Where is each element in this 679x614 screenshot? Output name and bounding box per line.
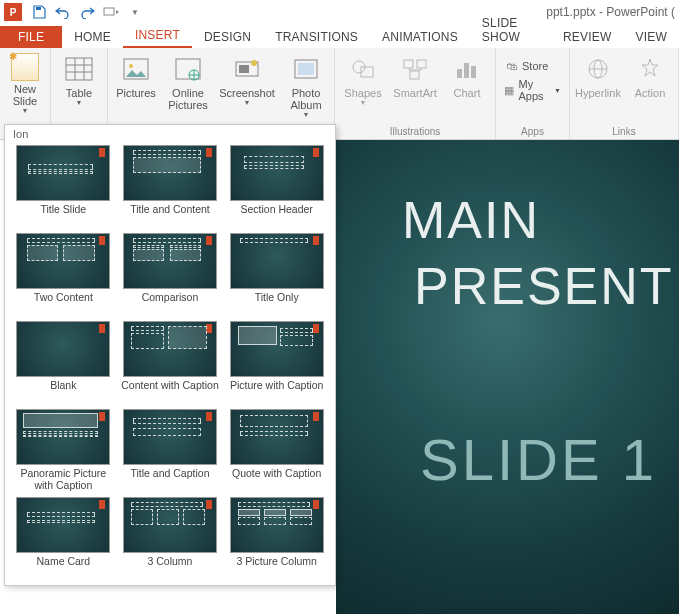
chevron-down-icon: ▼ [360, 99, 367, 106]
smartart-button[interactable]: SmartArt [391, 51, 439, 99]
chart-icon [451, 53, 483, 85]
screenshot-button[interactable]: Screenshot ▼ [216, 51, 278, 106]
layout-thumbnail [16, 497, 110, 553]
layout-option[interactable]: Title Only [226, 233, 327, 315]
layout-option-label: Section Header [240, 203, 312, 227]
chevron-down-icon: ▼ [303, 111, 310, 118]
hyperlink-button[interactable]: Hyperlink [574, 51, 622, 99]
layout-thumbnail [230, 497, 324, 553]
online-pictures-button[interactable]: Online Pictures [164, 51, 212, 111]
new-slide-label: New Slide [13, 83, 37, 107]
slide-title-line2[interactable]: PRESENT [414, 256, 674, 316]
layout-option[interactable]: Two Content [13, 233, 114, 315]
layout-option[interactable]: 3 Column [120, 497, 221, 579]
group-label-apps: Apps [500, 125, 565, 138]
layout-option[interactable]: Picture with Caption [226, 321, 327, 403]
layout-thumbnail [123, 321, 217, 377]
svg-rect-19 [417, 60, 426, 68]
layout-option[interactable]: Quote with Caption [226, 409, 327, 491]
layout-option[interactable]: Content with Caption [120, 321, 221, 403]
redo-icon[interactable] [76, 1, 98, 23]
action-button[interactable]: Action [626, 51, 674, 99]
pictures-icon [120, 53, 152, 85]
table-label: Table [66, 87, 92, 99]
layout-thumbnail [16, 233, 110, 289]
tab-view[interactable]: VIEW [624, 26, 679, 48]
layout-thumbnail [16, 409, 110, 465]
photo-album-label: Photo Album [290, 87, 321, 111]
tab-insert[interactable]: INSERT [123, 24, 192, 48]
tab-transitions[interactable]: TRANSITIONS [263, 26, 370, 48]
chart-label: Chart [454, 87, 481, 99]
layout-option[interactable]: Title and Content [120, 145, 221, 227]
layout-option[interactable]: Name Card [13, 497, 114, 579]
pictures-button[interactable]: Pictures [112, 51, 160, 99]
hyperlink-icon [582, 53, 614, 85]
photo-album-button[interactable]: Photo Album ▼ [282, 51, 330, 118]
layout-option-label: Two Content [34, 291, 93, 315]
slide-canvas[interactable]: MAIN PRESENT SLIDE 1 [336, 140, 679, 614]
store-label: Store [522, 60, 548, 72]
layout-option-label: Name Card [36, 555, 90, 579]
slide-subtitle[interactable]: SLIDE 1 [420, 426, 657, 493]
layout-option-label: Blank [50, 379, 76, 403]
action-label: Action [635, 87, 666, 99]
tab-slideshow[interactable]: SLIDE SHOW [470, 12, 551, 48]
layout-option[interactable]: Comparison [120, 233, 221, 315]
new-slide-icon [11, 53, 39, 81]
ribbon-tabs: FILE HOME INSERT DESIGN TRANSITIONS ANIM… [0, 24, 679, 48]
qat-customize-icon[interactable]: ▼ [124, 1, 146, 23]
apps-icon: ▦ [504, 83, 514, 97]
layout-thumbnail [230, 321, 324, 377]
smartart-label: SmartArt [393, 87, 436, 99]
layout-option[interactable]: Blank [13, 321, 114, 403]
photo-album-icon [290, 53, 322, 85]
chevron-down-icon: ▼ [244, 99, 251, 106]
svg-point-8 [129, 64, 133, 68]
undo-icon[interactable] [52, 1, 74, 23]
tab-design[interactable]: DESIGN [192, 26, 263, 48]
tab-home[interactable]: HOME [62, 26, 123, 48]
group-label-illustrations: Illustrations [339, 125, 491, 138]
svg-rect-13 [239, 65, 249, 73]
layout-option-label: 3 Column [148, 555, 193, 579]
layout-option-label: Comparison [142, 291, 199, 315]
tab-file[interactable]: FILE [0, 26, 62, 48]
layout-option[interactable]: Panoramic Picture with Caption [13, 409, 114, 491]
save-icon[interactable] [28, 1, 50, 23]
layout-option-label: Panoramic Picture with Caption [13, 467, 114, 491]
screenshot-icon [231, 53, 263, 85]
my-apps-button[interactable]: ▦My Apps ▼ [500, 76, 565, 104]
chevron-down-icon: ▼ [76, 99, 83, 106]
layout-option[interactable]: 3 Picture Column [226, 497, 327, 579]
chart-button[interactable]: Chart [443, 51, 491, 99]
window-title: ppt1.pptx - PowerPoint ( [148, 5, 679, 19]
layout-option-label: Content with Caption [121, 379, 218, 403]
tab-animations[interactable]: ANIMATIONS [370, 26, 470, 48]
start-from-beginning-icon[interactable] [100, 1, 122, 23]
table-icon [63, 53, 95, 85]
new-slide-layout-panel: Ion Title SlideTitle and ContentSection … [4, 124, 336, 586]
hyperlink-label: Hyperlink [575, 87, 621, 99]
table-button[interactable]: Table ▼ [55, 51, 103, 106]
store-button[interactable]: 🛍Store [500, 57, 565, 75]
layout-option[interactable]: Section Header [226, 145, 327, 227]
shapes-button[interactable]: Shapes ▼ [339, 51, 387, 106]
layout-option-label: Title Slide [40, 203, 86, 227]
screenshot-label: Screenshot [219, 87, 275, 99]
slide-title-line1[interactable]: MAIN [402, 190, 540, 250]
layout-thumbnail [230, 145, 324, 201]
layout-thumbnail [123, 145, 217, 201]
layout-option[interactable]: Title and Caption [120, 409, 221, 491]
svg-rect-0 [36, 7, 41, 10]
layout-thumbnail [16, 321, 110, 377]
tab-review[interactable]: REVIEW [551, 26, 624, 48]
layout-thumbnail [123, 233, 217, 289]
online-pictures-label: Online Pictures [168, 87, 208, 111]
layout-thumbnail [16, 145, 110, 201]
store-icon: 🛍 [504, 59, 518, 73]
layout-thumbnail [123, 497, 217, 553]
new-slide-button[interactable]: New Slide ▼ [4, 51, 46, 114]
layout-option[interactable]: Title Slide [13, 145, 114, 227]
smartart-icon [399, 53, 431, 85]
